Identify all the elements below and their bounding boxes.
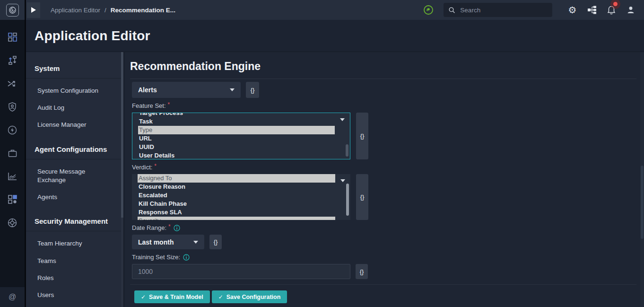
panel-title: Recommendation Engine <box>130 60 636 73</box>
expand-menu-button[interactable] <box>27 2 40 18</box>
sidebar-item[interactable]: License Manager <box>37 116 109 133</box>
feature-set-option[interactable]: Task <box>138 117 335 126</box>
help-ring-icon[interactable] <box>0 211 25 234</box>
notifications-button[interactable] <box>601 0 621 20</box>
sidebar-item[interactable]: Teams <box>37 253 109 270</box>
required-asterisk: * <box>154 163 157 169</box>
main-column: Application Editor / Recommendation E... <box>26 0 644 307</box>
sidebar-divider <box>26 231 123 231</box>
feature-set-listbox[interactable]: Target ProcessTaskTypeURLUUIDUser Detail… <box>132 113 350 159</box>
sidebar-item[interactable]: Roles <box>37 270 109 287</box>
sitemap-button[interactable] <box>582 0 601 20</box>
automation-bolt-icon[interactable] <box>0 118 25 141</box>
rail-bottom-cell: @ <box>0 287 25 307</box>
breadcrumb-parent[interactable]: Application Editor <box>51 7 100 14</box>
feature-set-json-button[interactable]: {} <box>356 113 368 159</box>
search-box[interactable] <box>444 3 552 17</box>
verdict-option[interactable]: Escalated <box>138 191 335 200</box>
save-configuration-label: Save Configuration <box>226 294 281 300</box>
date-range-row: Last month {} <box>132 235 636 249</box>
dashboard-icon[interactable] <box>0 26 25 49</box>
feature-set-label-row: Feature Set:* <box>132 102 636 109</box>
mentions-icon[interactable]: @ <box>9 293 16 301</box>
play-icon <box>31 7 36 13</box>
verdict-option[interactable]: Assigned To <box>138 174 335 183</box>
sidebar-item[interactable]: Audit Log <box>37 99 109 116</box>
verdict-scrollbar-thumb[interactable] <box>346 184 349 216</box>
training-set-size-label-row: Training Set Size: <box>132 254 636 261</box>
top-bar: Application Editor / Recommendation E... <box>26 0 644 20</box>
user-menu-button[interactable] <box>621 0 640 20</box>
save-train-model-button[interactable]: ✓ Save & Train Model <box>134 290 210 303</box>
feature-set-option[interactable]: URL <box>138 134 335 143</box>
date-range-json-button[interactable]: {} <box>209 235 222 249</box>
sidebar-divider <box>26 78 123 79</box>
left-icon-rail: @ <box>0 0 26 307</box>
notification-badge <box>613 2 618 6</box>
feature-set-label: Feature Set: <box>132 102 166 109</box>
bell-icon <box>607 5 616 15</box>
sidebar-item[interactable]: System Configuration <box>37 82 109 99</box>
feature-set-row: Target ProcessTaskTypeURLUUIDUser Detail… <box>132 113 636 159</box>
sidebar-items-security-management: Team HierarchyTeamsRolesUsers <box>35 235 119 304</box>
reports-chart-icon[interactable] <box>0 165 25 188</box>
training-set-size-json-button[interactable]: {} <box>356 264 368 279</box>
sidebar-item[interactable]: Secure Message Exchange <box>37 163 109 189</box>
verdict-row: Assigned ToClosure ReasonEscalatedKill C… <box>132 174 636 220</box>
sidebar-divider <box>26 159 123 159</box>
verdict-option[interactable]: Kill Chain Phase <box>138 200 335 208</box>
date-range-select[interactable]: Last month <box>132 235 204 249</box>
feature-set-option[interactable]: Type <box>138 126 335 134</box>
logo-cell <box>0 0 25 20</box>
feature-set-scrollbar-thumb[interactable] <box>346 144 348 157</box>
feature-set-option[interactable]: Target Process <box>138 113 335 117</box>
briefcase-icon[interactable] <box>0 141 25 165</box>
module-select[interactable]: Alerts <box>132 82 241 98</box>
feature-set-option[interactable]: User Details <box>138 151 335 159</box>
verdict-option[interactable]: Response SLA <box>138 208 335 217</box>
gear-icon: ⚙ <box>568 5 577 15</box>
sidebar-item[interactable]: Users <box>37 287 109 304</box>
module-json-button[interactable]: {} <box>246 82 259 98</box>
verdict-option[interactable]: Closure Reason <box>138 183 335 191</box>
feature-set-option[interactable]: UUID <box>138 143 335 151</box>
info-icon[interactable] <box>183 254 190 261</box>
footer-divider <box>130 284 636 285</box>
sidebar-scrollbar-thumb[interactable] <box>121 52 123 218</box>
widgets-icon[interactable] <box>0 188 25 211</box>
chevron-down-icon <box>230 88 235 91</box>
import-export-icon[interactable] <box>0 49 25 72</box>
app-logo[interactable] <box>6 4 19 17</box>
verdict-json-button[interactable]: {} <box>356 174 368 220</box>
module-row: Alerts {} <box>132 82 636 98</box>
sidebar-section-agent-configurations: Agent Configurations <box>35 145 119 153</box>
sidebar-scrollbar[interactable] <box>121 52 123 307</box>
application-window: @ Application Editor / Recommendation E.… <box>0 0 644 307</box>
shield-user-icon[interactable] <box>0 95 25 118</box>
shuffle-icon[interactable] <box>0 72 25 95</box>
training-set-size-input[interactable] <box>132 264 350 279</box>
sidebar-items-agent-configurations: Secure Message ExchangeAgents <box>35 163 119 206</box>
sidebar-item[interactable]: Agents <box>37 189 109 206</box>
training-set-size-row: {} <box>132 264 636 279</box>
verdict-listbox[interactable]: Assigned ToClosure ReasonEscalatedKill C… <box>132 174 350 220</box>
save-configuration-button[interactable]: ✓ Save Configuration <box>212 290 287 303</box>
page-title: Application Editor <box>35 28 150 44</box>
date-range-label: Date Range: <box>132 224 166 231</box>
date-range-label-row: Date Range:* <box>132 224 636 231</box>
content-row: System System ConfigurationAudit LogLice… <box>26 52 644 307</box>
status-connected-icon[interactable] <box>423 4 434 16</box>
check-icon: ✓ <box>218 294 223 300</box>
page-title-band: Application Editor <box>26 20 644 52</box>
main-scrollbar-thumb[interactable] <box>641 166 644 239</box>
search-input[interactable] <box>459 6 547 14</box>
date-range-value: Last month <box>138 238 174 246</box>
info-icon[interactable] <box>174 225 180 231</box>
sidebar-item[interactable]: Team Hierarchy <box>37 235 109 252</box>
module-select-value: Alerts <box>138 86 157 94</box>
main-scrollbar[interactable] <box>640 52 644 307</box>
settings-gear-button[interactable]: ⚙ <box>563 0 582 20</box>
sidebar-section-security-management: Security Management <box>35 217 119 225</box>
verdict-label-row: Verdict:* <box>132 164 636 171</box>
verdict-option[interactable]: Severity <box>138 217 335 220</box>
